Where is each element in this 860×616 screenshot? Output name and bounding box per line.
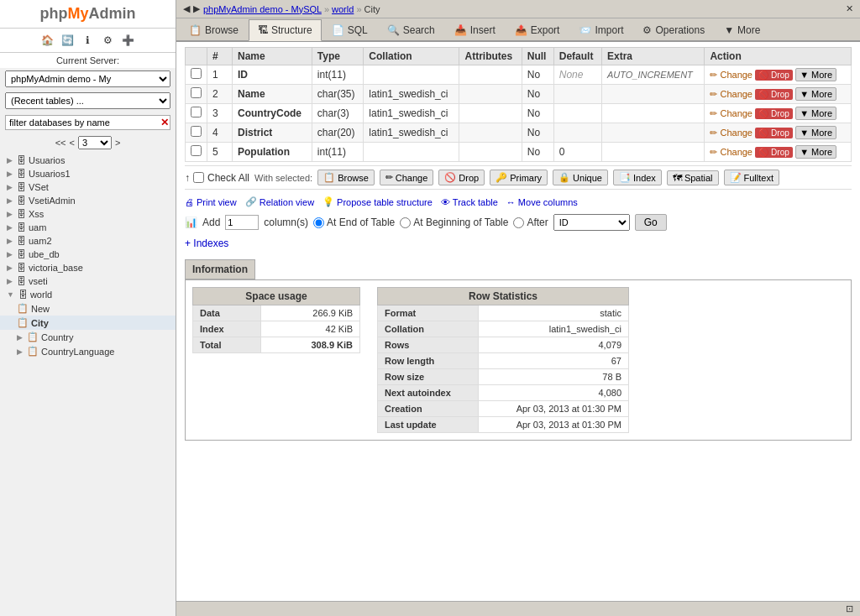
indexes-link[interactable]: + Indexes [185, 238, 852, 249]
with-selected-drop[interactable]: 🚫 Drop [438, 170, 485, 185]
row-checkbox[interactable] [191, 68, 202, 79]
print-icon: 🖨 [185, 197, 194, 207]
server-select[interactable]: phpMyAdmin demo - My [5, 70, 170, 87]
at-beginning-label[interactable]: At Beginning of Table [400, 217, 508, 228]
space-usage-table: Space usage Data 266.9 KiB [192, 287, 360, 353]
information-panel-header[interactable]: Information [185, 259, 255, 279]
move-icon: ↔ [506, 197, 516, 207]
home-icon[interactable]: 🏠 [39, 32, 56, 49]
tree-item-uam2[interactable]: ▶ 🗄 uam2 [0, 234, 176, 248]
check-all-checkbox[interactable] [193, 172, 204, 183]
recent-tables-select[interactable]: (Recent tables) ... [5, 92, 170, 109]
tree-item-vseti[interactable]: ▶ 🗄 vseti [0, 274, 176, 288]
tree-item-victoria[interactable]: ▶ 🗄 victoria_base [0, 261, 176, 274]
tree-item-usuarios[interactable]: ▶ 🗄 Usuarios [0, 154, 176, 167]
more-dropdown-button[interactable]: ▼ More [795, 107, 836, 120]
row-checkbox[interactable] [191, 126, 202, 137]
row-num: 1 [207, 65, 233, 85]
with-selected-fulltext[interactable]: 📝 Fulltext [724, 170, 779, 185]
drop-button[interactable]: 🚫 Drop [755, 147, 792, 158]
nav-forward-icon[interactable]: ▶ [193, 3, 200, 14]
tree-item-usuarios1[interactable]: ▶ 🗄 Usuarios1 [0, 167, 176, 180]
filter-clear-button[interactable]: ✕ [160, 117, 169, 128]
go-button[interactable]: Go [635, 214, 667, 231]
row-checkbox[interactable] [191, 145, 202, 156]
new-icon[interactable]: ➕ [120, 32, 137, 49]
col-header-null: Null [522, 48, 553, 65]
row-null: No [522, 143, 553, 162]
breadcrumb-app[interactable]: phpMyAdmin demo - MySQL [203, 4, 322, 14]
nav-back-icon[interactable]: ◀ [183, 3, 190, 14]
at-end-radio[interactable] [313, 217, 324, 228]
change-button[interactable]: ✏ Change [710, 147, 752, 158]
space-total-row: Total 308.9 KiB [193, 337, 360, 353]
index-value: 42 KiB [261, 321, 360, 337]
with-selected-unique[interactable]: 🔒 Unique [553, 170, 608, 185]
move-columns-link[interactable]: ↔ Move columns [506, 197, 578, 207]
at-end-label[interactable]: At End of Table [313, 217, 395, 228]
with-selected-index[interactable]: 📑 Index [613, 170, 662, 185]
change-button[interactable]: ✏ Change [710, 70, 752, 81]
drop-button[interactable]: 🚫 Drop [755, 89, 792, 100]
change-button[interactable]: ✏ Change [710, 89, 752, 100]
tree-item-world[interactable]: ▼ 🗄 world [0, 288, 176, 301]
close-button[interactable]: ✕ [846, 3, 853, 14]
prev-page-button[interactable]: << [55, 138, 66, 148]
row-attributes [459, 143, 522, 162]
relation-view-link[interactable]: 🔗 Relation view [245, 196, 314, 207]
change-button[interactable]: ✏ Change [710, 108, 752, 119]
filter-input[interactable] [5, 115, 170, 130]
tab-more[interactable]: ▼ More [715, 18, 769, 40]
with-selected-browse[interactable]: 📋 Browse [317, 170, 375, 185]
tab-export[interactable]: 📤 Export [506, 18, 569, 40]
tab-search[interactable]: 🔍 Search [378, 18, 444, 40]
page-select[interactable]: 3 [78, 136, 112, 149]
info-icon[interactable]: ℹ [80, 32, 97, 49]
tab-sql[interactable]: 📄 SQL [322, 18, 377, 40]
propose-table-link[interactable]: 💡 Propose table structure [322, 196, 433, 207]
settings-icon[interactable]: ⚙ [100, 32, 117, 49]
more-dropdown-button[interactable]: ▼ More [795, 126, 836, 139]
tree-item-ube-db[interactable]: ▶ 🗄 ube_db [0, 248, 176, 261]
after-column-select[interactable]: ID Name CountryCode District Population [553, 214, 630, 231]
tree-item-city[interactable]: 📋 City [0, 316, 176, 330]
row-checkbox[interactable] [191, 87, 202, 98]
after-radio[interactable] [513, 217, 524, 228]
tab-operations[interactable]: ⚙ Operations [633, 18, 714, 40]
with-selected-primary[interactable]: 🔑 Primary [490, 170, 548, 185]
tab-structure[interactable]: 🏗 Structure [249, 19, 322, 41]
breadcrumb-db[interactable]: world [332, 4, 354, 14]
drop-button[interactable]: 🚫 Drop [755, 108, 792, 119]
pencil-icon: ✏ [385, 172, 393, 183]
print-view-link[interactable]: 🖨 Print view [185, 197, 237, 207]
stat-row: Collation latin1_swedish_ci [378, 321, 629, 337]
structure-icon: 🏗 [258, 24, 268, 36]
expand-icon: ▶ [7, 250, 13, 258]
tab-search-label: Search [403, 24, 435, 36]
change-button[interactable]: ✏ Change [710, 128, 752, 138]
tab-insert[interactable]: 📥 Insert [445, 18, 505, 40]
at-beginning-radio[interactable] [400, 217, 411, 228]
tree-item-xss[interactable]: ▶ 🗄 Xss [0, 207, 176, 221]
row-name: CountryCode [233, 104, 312, 123]
with-selected-spatial[interactable]: 🗺 Spatial [667, 170, 719, 185]
row-checkbox[interactable] [191, 107, 202, 117]
tree-item-countrylanguage[interactable]: ▶ 📋 CountryLanguage [0, 344, 176, 358]
tree-item-country[interactable]: ▶ 📋 Country [0, 330, 176, 344]
tree-item-uam[interactable]: ▶ 🗄 uam [0, 221, 176, 234]
tree-item-vsetiadmin[interactable]: ▶ 🗄 VsetiAdmin [0, 194, 176, 207]
more-dropdown-button[interactable]: ▼ More [795, 68, 836, 81]
tree-item-new[interactable]: 📋 New [0, 301, 176, 316]
add-column-input[interactable] [225, 215, 259, 230]
drop-button[interactable]: 🚫 Drop [755, 128, 792, 138]
more-dropdown-button[interactable]: ▼ More [795, 87, 836, 101]
tab-import[interactable]: 📨 Import [569, 18, 632, 40]
drop-button[interactable]: 🚫 Drop [755, 70, 792, 81]
with-selected-change[interactable]: ✏ Change [380, 170, 434, 185]
refresh-icon[interactable]: 🔄 [60, 32, 76, 49]
tab-browse[interactable]: 📋 Browse [180, 18, 248, 40]
track-table-link[interactable]: 👁 Track table [441, 197, 498, 207]
tree-item-vset[interactable]: ▶ 🗄 VSet [0, 180, 176, 194]
after-label[interactable]: After [513, 217, 548, 228]
more-dropdown-button[interactable]: ▼ More [795, 145, 836, 159]
